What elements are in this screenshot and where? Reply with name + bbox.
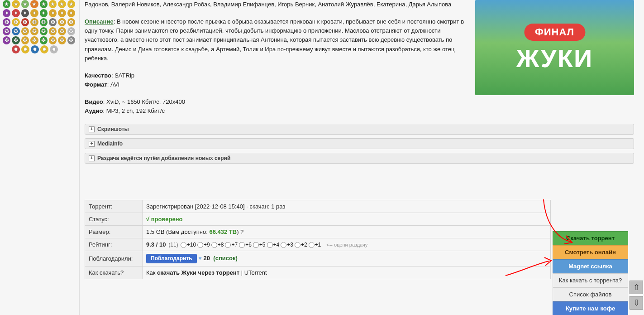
video-value: : XviD, ~ 1650 Кбит/с, 720x400 [103, 98, 185, 105]
size-value: 1.5 GB (Вам доступно: 66.432 TB) ? [143, 226, 551, 238]
description-text: : В новом сезоне инвестор после прыжка с… [85, 18, 464, 62]
size-label: Размер: [85, 226, 143, 238]
heart-icon: ♥ [198, 255, 202, 262]
spoiler-mediainfo-label: MediaInfo [97, 141, 123, 147]
rating-option-label: +9 [204, 242, 210, 248]
plus-icon: + [89, 126, 95, 132]
spoiler-screenshots[interactable]: + Скриншоты [85, 124, 634, 135]
rating-radio[interactable] [309, 242, 315, 248]
user-badges-grid: ★★★★★★★★ ✦✦✦✦✦✦✦✦ ❂❂❂❂❂❂❂❂ ✪✪✪✪✪✪✪✪ ✤✤✤✤… [3, 0, 75, 54]
rating-radio[interactable] [295, 242, 301, 248]
rating-radio[interactable] [197, 242, 203, 248]
thanks-button[interactable]: Поблагодарить [146, 254, 197, 263]
status-label: Статус: [85, 213, 143, 226]
howto-download-button[interactable]: Как качать с торрента? [553, 273, 628, 287]
rating-option-label: +8 [218, 242, 224, 248]
scroll-up-button[interactable]: ⇧ [630, 281, 643, 294]
rating-row: 9.3 / 10 (11) +10+9+8+7+6+5+4+3+2+1 <-- … [146, 241, 547, 248]
spoiler-adding[interactable]: + Раздача ведётся путём добавления новых… [85, 153, 634, 164]
poster-image: ФИНАЛ ЖУКИ [475, 0, 634, 95]
video-label: Видео [85, 98, 103, 105]
howto-bold: скачать Жуки через торрент [157, 269, 239, 276]
audio-label: Аудио [85, 107, 103, 114]
audio-value: : MP3, 2 ch, 192 Кбит/с [103, 107, 165, 114]
spoiler-mediainfo[interactable]: + MediaInfo [85, 138, 634, 149]
rating-option-label: +4 [273, 242, 280, 248]
status-value: √ проверено [146, 216, 183, 223]
rating-option-label: +5 [259, 242, 266, 248]
howto-label: Как скачать? [85, 267, 143, 279]
thanks-label: Поблагодарили: [85, 251, 143, 267]
thanks-list-link[interactable]: список [215, 255, 236, 262]
rating-radio[interactable] [281, 242, 286, 248]
spoiler-screenshots-label: Скриншоты [97, 126, 129, 132]
description-label: Описание [85, 18, 114, 25]
file-list-button[interactable]: Список файлов [553, 287, 628, 301]
rating-radio[interactable] [225, 242, 231, 248]
poster-title: ЖУКИ [475, 44, 634, 73]
rating-option-label: +3 [287, 242, 293, 248]
rating-option-label: +1 [315, 242, 321, 248]
howto-cell: Как скачать Жуки через торрент | UTorren… [143, 267, 551, 279]
annotation-arrow-icon [504, 253, 553, 280]
rating-option-label: +7 [231, 242, 238, 248]
rating-hint: <-- оцени раздачу [326, 242, 367, 247]
format-label: Формат [85, 81, 107, 88]
format-value: : AVI [107, 81, 119, 88]
thanks-count: 20 [204, 255, 210, 262]
rating-radio[interactable] [253, 242, 259, 248]
rating-radio[interactable] [211, 242, 217, 248]
donate-coffee-button[interactable]: Купите нам кофе [553, 301, 628, 315]
rating-count: (11) [168, 242, 178, 248]
scroll-down-button[interactable]: ⇩ [630, 296, 643, 310]
rating-option-label: +2 [301, 242, 307, 248]
rating-score: 9.3 / 10 [146, 241, 166, 248]
poster-pill: ФИНАЛ [524, 24, 585, 41]
rating-radio[interactable] [181, 242, 186, 248]
rating-option-label: +6 [245, 242, 252, 248]
spoiler-adding-label: Раздача ведётся путём добавления новых с… [97, 155, 230, 161]
quality-value: : SATRip [111, 72, 134, 79]
plus-icon: + [89, 155, 95, 161]
rating-label: Рейтинг: [85, 238, 143, 251]
rating-option-label: +10 [187, 242, 196, 248]
plus-icon: + [89, 141, 95, 147]
torrent-info-table: Торрент: Зарегистрирован [2022-12-08 15:… [85, 200, 551, 279]
rating-radio[interactable] [239, 242, 245, 248]
torrent-label: Торрент: [85, 200, 143, 213]
rating-radio[interactable] [267, 242, 273, 248]
quality-label: Качество [85, 72, 111, 79]
thanks-cell: Поблагодарить ♥ 20 (список) [143, 251, 551, 267]
torrent-value: Зарегистрирован [2022-12-08 15:40] · ска… [143, 200, 551, 213]
size-available: 66.432 TB [209, 228, 237, 235]
